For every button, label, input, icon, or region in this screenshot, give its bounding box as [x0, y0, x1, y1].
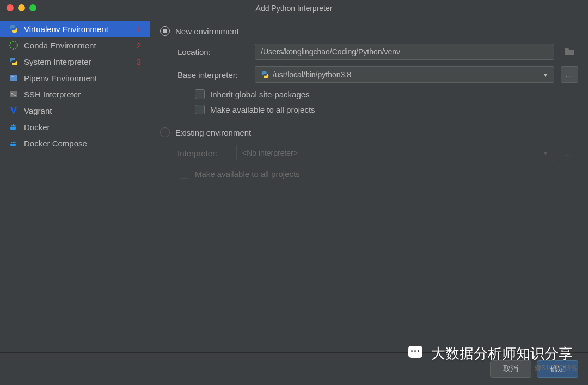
python-icon — [261, 70, 270, 79]
existing-make-available-label: Make available to all projects — [195, 169, 300, 179]
svg-rect-7 — [13, 124, 14, 125]
sidebar-item-label: Pipenv Environment — [24, 74, 141, 83]
svg-point-0 — [10, 41, 17, 49]
sidebar-item-system[interactable]: System Interpreter 3 — [0, 53, 150, 70]
sidebar-item-label: Docker Compose — [24, 139, 141, 148]
python-icon — [9, 57, 19, 66]
sidebar-badge: 1 — [137, 25, 141, 34]
existing-make-available-row: Make available to all projects — [180, 169, 578, 179]
window-controls — [7, 4, 36, 11]
base-interpreter-value: /usr/local/bin/python3.8 — [273, 70, 351, 79]
existing-interpreter-value: <No interpreter> — [242, 149, 298, 157]
existing-environment-radio[interactable] — [160, 127, 170, 137]
ssh-icon — [9, 89, 19, 99]
sidebar: Virtualenv Environment 1 Conda Environme… — [0, 16, 150, 350]
close-window-button[interactable] — [7, 4, 14, 11]
sidebar-item-docker[interactable]: Docker — [0, 119, 150, 135]
python-icon — [9, 24, 19, 34]
docker-icon — [9, 122, 19, 132]
svg-rect-6 — [14, 125, 16, 127]
sidebar-item-label: System Interpreter — [24, 57, 134, 66]
location-label: Location: — [177, 47, 248, 57]
location-row: Location: /Users/konglingchao/Coding/Pyt… — [177, 44, 578, 60]
inherit-packages-label: Inherit global site-packages — [210, 90, 310, 99]
location-value: /Users/konglingchao/Coding/Python/venv — [261, 47, 400, 56]
existing-interpreter-row: Interpreter: <No interpreter> ▼ ... — [177, 145, 578, 161]
svg-rect-8 — [11, 142, 13, 143]
watermark-text: 大数据分析师知识分享 — [431, 344, 573, 363]
inherit-packages-row[interactable]: Inherit global site-packages — [195, 89, 578, 99]
titlebar: Add Python Interpreter — [0, 0, 588, 16]
sidebar-badge: 2 — [137, 41, 141, 50]
existing-environment-radio-row[interactable]: Existing environment — [160, 127, 578, 137]
sidebar-item-label: Vagrant — [24, 106, 141, 115]
sidebar-badge: 3 — [137, 57, 141, 66]
base-interpreter-row: Base interpreter: /usr/local/bin/python3… — [177, 66, 578, 83]
sidebar-item-label: Conda Environment — [24, 41, 134, 50]
svg-rect-10 — [14, 142, 16, 143]
make-available-row[interactable]: Make available to all projects — [195, 105, 578, 114]
content: Virtualenv Environment 1 Conda Environme… — [0, 16, 588, 350]
sidebar-item-label: SSH Interpreter — [24, 90, 141, 99]
browse-base-interpreter-button[interactable]: ... — [561, 66, 578, 83]
sidebar-item-vagrant[interactable]: Vagrant — [0, 102, 150, 119]
inherit-packages-checkbox[interactable] — [195, 89, 205, 99]
sidebar-item-label: Virtualenv Environment — [24, 25, 134, 34]
base-interpreter-dropdown[interactable]: /usr/local/bin/python3.8 ▼ — [255, 66, 554, 83]
location-input[interactable]: /Users/konglingchao/Coding/Python/venv — [255, 44, 554, 60]
existing-interpreter-label: Interpreter: — [177, 149, 230, 158]
make-available-checkbox[interactable] — [195, 105, 205, 114]
sidebar-item-pipenv[interactable]: Pipenv Environment — [0, 70, 150, 86]
wechat-icon — [408, 346, 428, 362]
svg-rect-5 — [13, 125, 14, 127]
docker-compose-icon — [9, 138, 19, 148]
sidebar-item-label: Docker — [24, 123, 141, 132]
base-interpreter-label: Base interpreter: — [177, 70, 248, 80]
existing-environment-section: Existing environment Interpreter: <No in… — [160, 127, 578, 179]
pipenv-icon — [9, 73, 19, 83]
new-environment-radio-label: New environment — [175, 27, 239, 36]
existing-interpreter-dropdown: <No interpreter> ▼ — [236, 145, 554, 161]
make-available-label: Make available to all projects — [210, 105, 315, 114]
vagrant-icon — [9, 106, 19, 115]
sidebar-item-conda[interactable]: Conda Environment 2 — [0, 37, 150, 53]
watermark: 大数据分析师知识分享 — [408, 344, 573, 363]
browse-location-button[interactable] — [561, 44, 578, 60]
existing-make-available-checkbox — [180, 169, 189, 179]
window-title: Add Python Interpreter — [256, 4, 333, 13]
svg-rect-1 — [10, 75, 17, 81]
minimize-window-button[interactable] — [18, 4, 25, 11]
conda-icon — [9, 40, 19, 50]
browse-existing-interpreter-button: ... — [561, 145, 578, 161]
watermark-sub: @51CTO博客 — [534, 363, 578, 373]
svg-rect-2 — [11, 76, 14, 77]
main-panel: New environment Location: /Users/konglin… — [150, 16, 588, 350]
sidebar-item-docker-compose[interactable]: Docker Compose — [0, 135, 150, 151]
new-environment-radio[interactable] — [160, 26, 170, 36]
chevron-down-icon: ▼ — [543, 150, 548, 156]
svg-rect-9 — [13, 142, 14, 143]
maximize-window-button[interactable] — [29, 4, 36, 11]
svg-rect-4 — [11, 125, 13, 127]
existing-environment-radio-label: Existing environment — [175, 128, 251, 137]
new-environment-radio-row[interactable]: New environment — [160, 26, 578, 36]
chevron-down-icon: ▼ — [543, 72, 548, 78]
sidebar-item-virtualenv[interactable]: Virtualenv Environment 1 — [0, 21, 150, 37]
sidebar-item-ssh[interactable]: SSH Interpreter — [0, 86, 150, 102]
